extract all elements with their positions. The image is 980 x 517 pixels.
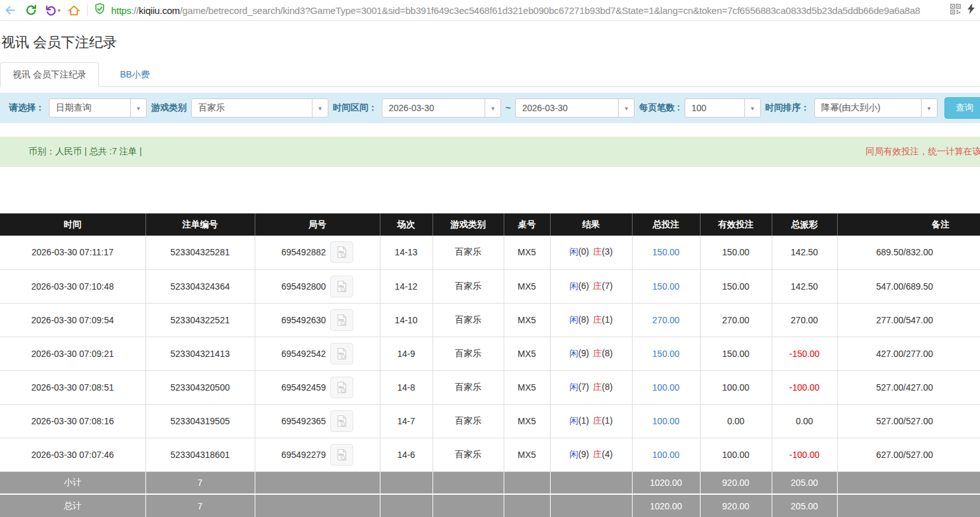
- cell-result: 闲(1)庄(1): [550, 404, 632, 438]
- cell-payout: -100.00: [772, 370, 837, 404]
- cell-remark: 689.50/832.00: [837, 236, 980, 269]
- cell-game-type: 百家乐: [433, 337, 504, 370]
- column-header-9: 总派彩: [772, 213, 837, 236]
- chevron-down-icon: ▾: [618, 99, 634, 117]
- cell-valid-bet: 270.00: [700, 303, 772, 337]
- player-result-score: (0): [578, 246, 589, 257]
- sort-order-label: 时间排序：: [765, 102, 810, 114]
- player-result-label: 闲: [569, 348, 578, 358]
- page-size-select[interactable]: 100 ▾: [685, 98, 761, 117]
- column-header-1: 注单编号: [145, 213, 255, 236]
- chevron-down-icon: ▾: [312, 99, 328, 117]
- banker-result-label: 庄: [593, 382, 602, 392]
- video-replay-button[interactable]: [330, 241, 353, 263]
- cell-table-no: MX5: [504, 303, 550, 337]
- cell-valid-bet: 100.00: [700, 370, 772, 404]
- player-result-label: 闲: [569, 449, 578, 459]
- player-result-label: 闲: [569, 246, 578, 257]
- total-bet-link[interactable]: 270.00: [652, 315, 680, 325]
- video-replay-button[interactable]: [330, 343, 353, 365]
- cell-game-type: 百家乐: [433, 404, 504, 438]
- security-shield-icon[interactable]: [93, 3, 106, 18]
- video-replay-button[interactable]: [330, 276, 353, 297]
- video-replay-button[interactable]: [330, 309, 353, 331]
- sort-order-select[interactable]: 降幂(由大到小) ▾: [814, 98, 937, 117]
- banker-result-score: (4): [602, 449, 613, 459]
- video-replay-button[interactable]: [330, 444, 353, 466]
- qr-code-icon[interactable]: [950, 4, 961, 17]
- cell-remark: 427.00/277.00: [837, 337, 980, 370]
- date-from-select[interactable]: 2026-03-30 ▾: [382, 98, 501, 117]
- undo-icon[interactable]: ▾: [44, 4, 60, 17]
- table-row: 2026-03-30 07:10:48 523304324364 6954928…: [0, 269, 980, 303]
- column-header-6: 结果: [550, 213, 632, 236]
- player-result-score: (1): [578, 415, 589, 426]
- query-type-select[interactable]: 日期查询 ▾: [49, 98, 147, 117]
- banker-result-score: (8): [602, 382, 613, 392]
- video-replay-button[interactable]: [330, 410, 353, 432]
- table-row: 2026-03-30 07:08:51 523304320500 6954924…: [0, 370, 980, 404]
- chevron-down-icon: ▾: [485, 99, 500, 117]
- cell-payout: 0.00: [772, 404, 837, 438]
- cell-bet-id: 523304325281: [145, 236, 255, 269]
- cell-remark: 627.00/527.00: [837, 438, 980, 471]
- cell-result: 闲(6)庄(7): [550, 269, 632, 303]
- cell-time: 2026-03-30 07:09:21: [0, 337, 145, 370]
- home-icon[interactable]: [66, 3, 81, 18]
- total-bet-link[interactable]: 150.00: [652, 247, 680, 257]
- total-bet-link[interactable]: 100.00: [652, 382, 680, 393]
- total-bet-link[interactable]: 150.00: [652, 281, 680, 292]
- tab-bet-records[interactable]: 视讯 会员下注纪录: [0, 62, 99, 87]
- cell-game-type: 百家乐: [433, 236, 504, 269]
- total-label: 总计: [0, 494, 145, 517]
- cell-table-no: MX5: [504, 404, 550, 438]
- round-id-text: 695492542: [281, 349, 326, 359]
- cell-round-id: 695492630: [255, 303, 380, 337]
- date-to-select[interactable]: 2026-03-30 ▾: [515, 98, 634, 117]
- banker-result-score: (1): [602, 415, 613, 426]
- cell-session: 14-12: [380, 269, 433, 303]
- banker-result-label: 庄: [593, 415, 602, 426]
- back-icon[interactable]: [3, 3, 18, 18]
- cell-session: 14-8: [380, 370, 433, 404]
- cell-payout: 270.00: [772, 303, 837, 337]
- video-replay-button[interactable]: [330, 377, 353, 398]
- chevron-down-icon: ▾: [130, 99, 146, 117]
- banker-result-score: (7): [602, 281, 613, 291]
- cell-game-type: 百家乐: [433, 269, 504, 303]
- cell-round-id: 695492279: [255, 438, 380, 471]
- cell-remark: 527.00/427.00: [837, 370, 980, 404]
- lightning-icon[interactable]: [966, 3, 976, 17]
- cell-result: 闲(9)庄(8): [550, 337, 632, 370]
- total-bet-link[interactable]: 100.00: [652, 450, 680, 460]
- cell-round-id: 695492800: [255, 269, 380, 303]
- cell-bet-id: 523304321413: [145, 337, 255, 370]
- round-id-text: 695492279: [281, 450, 326, 460]
- table-row: 2026-03-30 07:11:17 523304325281 6954928…: [0, 236, 980, 269]
- bet-records-table: 时间注单编号局号场次游戏类别桌号结果总投注有效投注总派彩备注 2026-03-3…: [0, 213, 980, 517]
- cell-bet-id: 523304320500: [145, 370, 255, 404]
- player-result-label: 闲: [569, 281, 578, 291]
- cell-session: 14-10: [380, 303, 433, 337]
- search-button[interactable]: 查询: [944, 97, 980, 119]
- total-valid-bet: 920.00: [700, 494, 772, 517]
- cell-session: 14-9: [380, 337, 433, 370]
- total-bet-link[interactable]: 150.00: [652, 349, 680, 359]
- banker-result-label: 庄: [593, 449, 602, 459]
- cell-time: 2026-03-30 07:07:46: [0, 438, 145, 471]
- cell-round-id: 695492459: [255, 370, 380, 404]
- table-row: 2026-03-30 07:07:46 523304318601 6954922…: [0, 438, 980, 471]
- subtotal-payout: 205.00: [772, 471, 837, 494]
- refresh-icon[interactable]: [23, 3, 39, 18]
- chevron-down-icon: ▾: [58, 8, 60, 13]
- summary-bar: 币别：人民币 | 总共 :7 注单 | 同局有效投注，统一计算在该局: [0, 137, 980, 167]
- cell-time: 2026-03-30 07:08:16: [0, 404, 145, 438]
- subtotal-row: 小计 7 1020.00 920.00 205.00: [0, 471, 980, 494]
- total-bet-link[interactable]: 100.00: [652, 416, 680, 426]
- tab-bb-tips[interactable]: BB小费: [108, 63, 162, 86]
- filter-bar: 请选择： 日期查询 ▾ 游戏类别 百家乐 ▾ 时间区间： 2026-03-30 …: [0, 93, 980, 123]
- cell-time: 2026-03-30 07:10:48: [0, 269, 145, 303]
- cell-total-bet: 100.00: [632, 370, 700, 404]
- address-bar[interactable]: https://kiqiiu.com/game/betrecord_search…: [93, 3, 944, 18]
- game-type-select[interactable]: 百家乐 ▾: [191, 98, 328, 117]
